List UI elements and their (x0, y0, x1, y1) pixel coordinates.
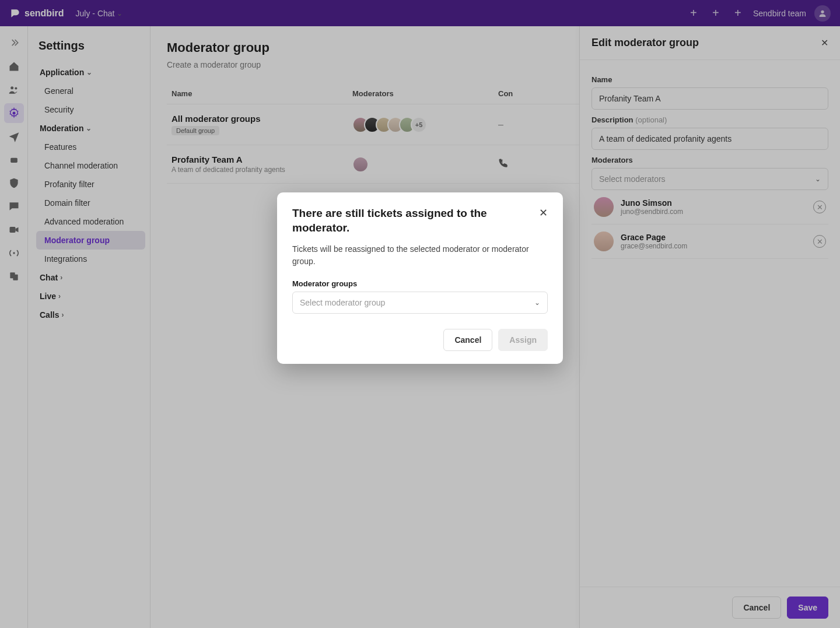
modal: There are still tickets assigned to the … (277, 192, 563, 364)
modal-cancel-button[interactable]: Cancel (443, 329, 492, 351)
modal-field-label: Moderator groups (292, 279, 548, 288)
chevron-down-icon: ⌄ (534, 299, 540, 307)
modal-close-icon[interactable] (539, 206, 548, 219)
modal-assign-button[interactable]: Assign (498, 329, 548, 351)
modal-body: Tickets will be reassigned to the select… (292, 243, 548, 268)
modal-title: There are still tickets assigned to the … (292, 206, 491, 235)
modal-moderator-group-select[interactable]: Select moderator group ⌄ (292, 292, 548, 314)
modal-select-placeholder: Select moderator group (300, 298, 385, 307)
modal-scrim[interactable]: There are still tickets assigned to the … (0, 0, 840, 628)
